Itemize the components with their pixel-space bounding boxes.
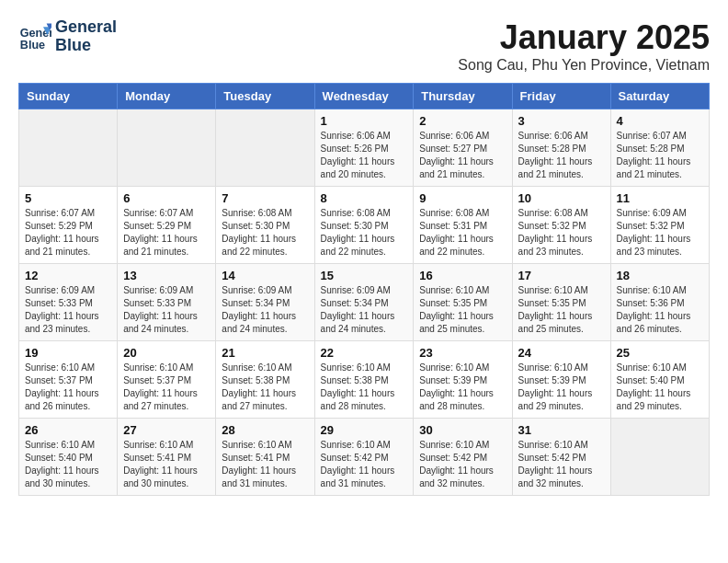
logo-icon: General Blue xyxy=(18,20,51,53)
day-info: Sunrise: 6:10 AM Sunset: 5:42 PM Dayligh… xyxy=(518,439,605,490)
day-header-sunday: Sunday xyxy=(19,84,118,109)
day-info: Sunrise: 6:08 AM Sunset: 5:30 PM Dayligh… xyxy=(321,207,408,259)
day-number: 22 xyxy=(321,346,408,360)
day-number: 19 xyxy=(25,346,111,360)
day-number: 7 xyxy=(222,191,308,205)
day-info: Sunrise: 6:06 AM Sunset: 5:28 PM Dayligh… xyxy=(518,130,605,181)
day-header-monday: Monday xyxy=(118,84,216,109)
calendar-cell: 24Sunrise: 6:10 AM Sunset: 5:39 PM Dayli… xyxy=(512,341,610,419)
day-number: 10 xyxy=(518,191,605,205)
day-header-friday: Friday xyxy=(512,84,610,109)
calendar-cell: 2Sunrise: 6:06 AM Sunset: 5:27 PM Daylig… xyxy=(414,109,512,187)
calendar-week-row: 5Sunrise: 6:07 AM Sunset: 5:29 PM Daylig… xyxy=(19,187,710,264)
day-number: 4 xyxy=(617,114,703,128)
day-info: Sunrise: 6:09 AM Sunset: 5:32 PM Dayligh… xyxy=(617,207,703,259)
calendar-cell: 16Sunrise: 6:10 AM Sunset: 5:35 PM Dayli… xyxy=(414,264,512,341)
day-number: 29 xyxy=(321,423,408,437)
day-info: Sunrise: 6:06 AM Sunset: 5:27 PM Dayligh… xyxy=(419,130,506,181)
day-number: 25 xyxy=(617,346,703,360)
day-info: Sunrise: 6:10 AM Sunset: 5:41 PM Dayligh… xyxy=(222,439,308,490)
day-number: 6 xyxy=(123,191,210,205)
calendar-cell xyxy=(19,109,118,187)
calendar-cell xyxy=(216,109,314,187)
calendar-cell: 3Sunrise: 6:06 AM Sunset: 5:28 PM Daylig… xyxy=(512,109,610,187)
day-number: 11 xyxy=(617,191,703,205)
calendar-cell: 31Sunrise: 6:10 AM Sunset: 5:42 PM Dayli… xyxy=(512,419,610,496)
day-info: Sunrise: 6:07 AM Sunset: 5:29 PM Dayligh… xyxy=(123,207,210,259)
calendar-cell: 28Sunrise: 6:10 AM Sunset: 5:41 PM Dayli… xyxy=(216,419,314,496)
day-number: 1 xyxy=(321,114,408,128)
day-info: Sunrise: 6:08 AM Sunset: 5:30 PM Dayligh… xyxy=(222,207,308,259)
day-number: 30 xyxy=(419,423,506,437)
calendar-cell: 1Sunrise: 6:06 AM Sunset: 5:26 PM Daylig… xyxy=(314,109,414,187)
day-number: 20 xyxy=(123,346,210,360)
calendar-cell: 11Sunrise: 6:09 AM Sunset: 5:32 PM Dayli… xyxy=(610,187,709,264)
calendar-cell: 5Sunrise: 6:07 AM Sunset: 5:29 PM Daylig… xyxy=(19,187,118,264)
calendar-cell: 13Sunrise: 6:09 AM Sunset: 5:33 PM Dayli… xyxy=(118,264,216,341)
calendar-cell: 18Sunrise: 6:10 AM Sunset: 5:36 PM Dayli… xyxy=(610,264,709,341)
calendar-cell: 10Sunrise: 6:08 AM Sunset: 5:32 PM Dayli… xyxy=(512,187,610,264)
calendar-cell: 22Sunrise: 6:10 AM Sunset: 5:38 PM Dayli… xyxy=(314,341,414,419)
logo-text: General Blue xyxy=(55,18,117,55)
day-info: Sunrise: 6:10 AM Sunset: 5:35 PM Dayligh… xyxy=(419,284,506,336)
day-info: Sunrise: 6:06 AM Sunset: 5:26 PM Dayligh… xyxy=(321,130,408,181)
day-info: Sunrise: 6:10 AM Sunset: 5:38 PM Dayligh… xyxy=(321,362,408,413)
calendar-cell xyxy=(118,109,216,187)
day-number: 12 xyxy=(25,269,111,282)
day-info: Sunrise: 6:09 AM Sunset: 5:34 PM Dayligh… xyxy=(321,284,408,336)
day-number: 16 xyxy=(419,269,506,282)
day-number: 27 xyxy=(123,423,210,437)
day-number: 21 xyxy=(222,346,308,360)
calendar-cell: 6Sunrise: 6:07 AM Sunset: 5:29 PM Daylig… xyxy=(118,187,216,264)
day-number: 9 xyxy=(419,191,506,205)
day-number: 15 xyxy=(321,269,408,282)
title-block: January 2025 Song Cau, Phu Yen Province,… xyxy=(458,18,710,74)
calendar-cell: 7Sunrise: 6:08 AM Sunset: 5:30 PM Daylig… xyxy=(216,187,314,264)
day-number: 8 xyxy=(321,191,408,205)
day-number: 14 xyxy=(222,269,308,282)
day-info: Sunrise: 6:07 AM Sunset: 5:29 PM Dayligh… xyxy=(25,207,111,259)
day-number: 23 xyxy=(419,346,506,360)
day-header-saturday: Saturday xyxy=(610,84,709,109)
day-number: 28 xyxy=(222,423,308,437)
calendar-cell: 12Sunrise: 6:09 AM Sunset: 5:33 PM Dayli… xyxy=(19,264,118,341)
calendar-cell: 4Sunrise: 6:07 AM Sunset: 5:28 PM Daylig… xyxy=(610,109,709,187)
calendar-cell: 30Sunrise: 6:10 AM Sunset: 5:42 PM Dayli… xyxy=(414,419,512,496)
calendar-cell: 29Sunrise: 6:10 AM Sunset: 5:42 PM Dayli… xyxy=(314,419,414,496)
page-header: General Blue General Blue January 2025 S… xyxy=(18,18,710,74)
day-header-wednesday: Wednesday xyxy=(314,84,414,109)
calendar-cell: 26Sunrise: 6:10 AM Sunset: 5:40 PM Dayli… xyxy=(19,419,118,496)
day-info: Sunrise: 6:07 AM Sunset: 5:28 PM Dayligh… xyxy=(617,130,703,181)
location-title: Song Cau, Phu Yen Province, Vietnam xyxy=(458,57,710,74)
calendar-cell: 9Sunrise: 6:08 AM Sunset: 5:31 PM Daylig… xyxy=(414,187,512,264)
calendar-week-row: 19Sunrise: 6:10 AM Sunset: 5:37 PM Dayli… xyxy=(19,341,710,419)
calendar-cell: 21Sunrise: 6:10 AM Sunset: 5:38 PM Dayli… xyxy=(216,341,314,419)
day-info: Sunrise: 6:09 AM Sunset: 5:34 PM Dayligh… xyxy=(222,284,308,336)
day-number: 31 xyxy=(518,423,605,437)
calendar-week-row: 1Sunrise: 6:06 AM Sunset: 5:26 PM Daylig… xyxy=(19,109,710,187)
calendar-cell: 14Sunrise: 6:09 AM Sunset: 5:34 PM Dayli… xyxy=(216,264,314,341)
day-info: Sunrise: 6:10 AM Sunset: 5:41 PM Dayligh… xyxy=(123,439,210,490)
day-info: Sunrise: 6:10 AM Sunset: 5:37 PM Dayligh… xyxy=(25,362,111,413)
svg-text:Blue: Blue xyxy=(20,38,45,51)
day-info: Sunrise: 6:09 AM Sunset: 5:33 PM Dayligh… xyxy=(25,284,111,336)
day-info: Sunrise: 6:10 AM Sunset: 5:42 PM Dayligh… xyxy=(321,439,408,490)
day-info: Sunrise: 6:10 AM Sunset: 5:40 PM Dayligh… xyxy=(25,439,111,490)
calendar-week-row: 26Sunrise: 6:10 AM Sunset: 5:40 PM Dayli… xyxy=(19,419,710,496)
calendar-cell: 17Sunrise: 6:10 AM Sunset: 5:35 PM Dayli… xyxy=(512,264,610,341)
calendar-cell: 15Sunrise: 6:09 AM Sunset: 5:34 PM Dayli… xyxy=(314,264,414,341)
day-info: Sunrise: 6:09 AM Sunset: 5:33 PM Dayligh… xyxy=(123,284,210,336)
day-header-thursday: Thursday xyxy=(414,84,512,109)
calendar-header-row: SundayMondayTuesdayWednesdayThursdayFrid… xyxy=(19,84,710,109)
day-info: Sunrise: 6:10 AM Sunset: 5:37 PM Dayligh… xyxy=(123,362,210,413)
calendar-cell: 25Sunrise: 6:10 AM Sunset: 5:40 PM Dayli… xyxy=(610,341,709,419)
logo: General Blue General Blue xyxy=(18,18,117,55)
day-info: Sunrise: 6:10 AM Sunset: 5:36 PM Dayligh… xyxy=(617,284,703,336)
calendar-cell: 19Sunrise: 6:10 AM Sunset: 5:37 PM Dayli… xyxy=(19,341,118,419)
calendar-cell xyxy=(610,419,709,496)
day-info: Sunrise: 6:10 AM Sunset: 5:40 PM Dayligh… xyxy=(617,362,703,413)
day-info: Sunrise: 6:10 AM Sunset: 5:39 PM Dayligh… xyxy=(518,362,605,413)
day-number: 18 xyxy=(617,269,703,282)
day-info: Sunrise: 6:10 AM Sunset: 5:38 PM Dayligh… xyxy=(222,362,308,413)
calendar-table: SundayMondayTuesdayWednesdayThursdayFrid… xyxy=(18,83,710,496)
